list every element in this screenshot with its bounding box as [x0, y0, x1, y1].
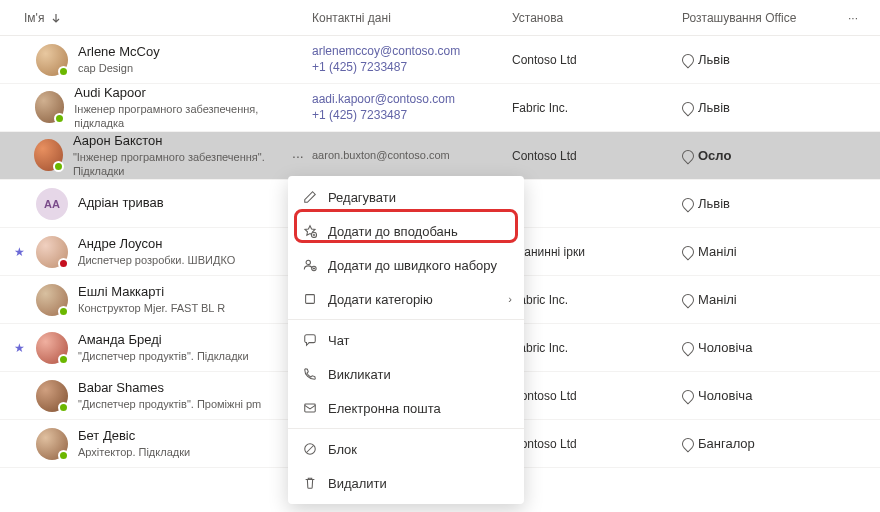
favorite-star-icon[interactable] — [12, 293, 26, 307]
contact-title: Конструктор Мjer. FAST BL R — [78, 301, 225, 315]
column-header-company[interactable]: Установа — [512, 11, 672, 25]
name-cell: Ешлі МаккартіКонструктор Мjer. FAST BL R — [12, 284, 292, 316]
name-block: Audi KapoorІнженер програмного забезпече… — [74, 85, 292, 130]
avatar[interactable] — [36, 236, 68, 268]
location-text: Львів — [698, 52, 730, 67]
menu-item-chat[interactable]: Чат — [288, 323, 524, 357]
name-block: Андре ЛоусонДиспетчер розробки. ШВИДКО — [78, 236, 235, 267]
contact-title: Архітектор. Підкладки — [78, 445, 190, 459]
company-cell: Fabric Inc. — [512, 341, 672, 355]
contact-row[interactable]: Аарон Бакстон"Інженер програмного забезп… — [0, 132, 880, 180]
favorite-star-icon[interactable] — [12, 148, 24, 162]
contact-phone[interactable]: +1 (425) 7233487 — [312, 60, 512, 76]
tag-icon — [302, 291, 318, 307]
avatar[interactable] — [36, 284, 68, 316]
company-cell: Contoso Ltd — [512, 53, 672, 67]
edit-icon — [302, 189, 318, 205]
name-block: Аманда Бреді"Диспетчер продуктів". Підкл… — [78, 332, 249, 363]
location-cell: Львів — [672, 196, 868, 211]
contact-row[interactable]: Audi KapoorІнженер програмного забезпече… — [0, 84, 880, 132]
menu-label: Чат — [328, 333, 350, 348]
column-header-name[interactable]: Ім'я — [12, 11, 312, 25]
favorite-star-icon[interactable] — [12, 100, 25, 114]
location-pin-icon — [682, 390, 694, 402]
location-pin-icon — [682, 342, 694, 354]
row-more-icon[interactable]: ··· — [292, 148, 312, 164]
contact-title: cap Design — [78, 61, 160, 75]
avatar[interactable] — [36, 44, 68, 76]
block-icon — [302, 441, 318, 457]
contact-name: Бет Девіс — [78, 428, 190, 445]
menu-item-call[interactable]: Викликати — [288, 357, 524, 391]
location-pin-icon — [682, 294, 694, 306]
contact-email[interactable]: arlenemccoy@contoso.com — [312, 44, 512, 60]
contact-title: "Диспетчер продуктів". Підкладки — [78, 349, 249, 363]
contact-name: Babar Shames — [78, 380, 261, 397]
name-block: Babar Shames"Диспетчер продуктів". Промі… — [78, 380, 261, 411]
column-header-contact[interactable]: Контактні дані — [312, 11, 512, 25]
menu-label: Редагувати — [328, 190, 396, 205]
name-cell: Бет ДевісАрхітектор. Підкладки — [12, 428, 292, 460]
avatar[interactable] — [36, 332, 68, 364]
location-cell: Чоловіча — [672, 388, 868, 403]
menu-item-edit[interactable]: Редагувати — [288, 180, 524, 214]
menu-label: Електронна пошта — [328, 401, 441, 416]
contact-title: "Інженер програмного забезпечення". Підк… — [73, 150, 292, 179]
name-cell: Arlene McCoycap Design — [12, 44, 292, 76]
contact-name: Аманда Бреді — [78, 332, 249, 349]
avatar[interactable] — [34, 139, 62, 171]
context-menu: Редагувати Додати до вподобань Додати до… — [288, 176, 524, 504]
company-cell: Contoso Ltd — [512, 149, 672, 163]
menu-separator — [288, 428, 524, 429]
contact-details-cell: arlenemccoy@contoso.com+1 (425) 7233487 — [312, 44, 512, 75]
location-pin-icon — [682, 198, 694, 210]
favorite-star-icon[interactable] — [12, 389, 26, 403]
location-text: Чоловіча — [698, 340, 752, 355]
contact-name: Андре Лоусон — [78, 236, 235, 253]
contact-phone[interactable]: +1 (425) 7233487 — [312, 108, 512, 124]
menu-item-email[interactable]: Електронна пошта — [288, 391, 524, 425]
svg-point-1 — [306, 260, 310, 264]
contact-details-cell: aadi.kapoor@contoso.com+1 (425) 7233487 — [312, 92, 512, 123]
menu-label: Видалити — [328, 476, 387, 491]
menu-label: Додати до вподобань — [328, 224, 458, 239]
name-block: Адріан тривав — [78, 195, 164, 212]
menu-item-category[interactable]: Додати категорію › — [288, 282, 524, 316]
name-block: Бет ДевісАрхітектор. Підкладки — [78, 428, 190, 459]
header-more-icon[interactable]: ··· — [838, 11, 868, 25]
favorite-star-icon[interactable] — [12, 53, 26, 67]
location-pin-icon — [682, 102, 694, 114]
avatar[interactable] — [36, 380, 68, 412]
presence-icon — [58, 450, 69, 461]
svg-rect-4 — [305, 404, 316, 412]
favorite-star-icon[interactable] — [12, 341, 26, 355]
chevron-right-icon: › — [508, 293, 512, 305]
avatar[interactable] — [35, 91, 64, 123]
contact-title: "Диспетчер продуктів". Проміжні pm — [78, 397, 261, 411]
presence-icon — [54, 113, 65, 124]
name-cell: Babar Shames"Диспетчер продуктів". Промі… — [12, 380, 292, 412]
contact-title: Інженер програмного забезпечення, підкла… — [74, 102, 292, 131]
name-cell: Аманда Бреді"Диспетчер продуктів". Підкл… — [12, 332, 292, 364]
location-cell: Манілі — [672, 244, 868, 259]
mail-icon — [302, 400, 318, 416]
favorite-star-icon[interactable] — [12, 437, 26, 451]
location-text: Бангалор — [698, 436, 755, 451]
contact-row[interactable]: Arlene McCoycap Designarlenemccoy@contos… — [0, 36, 880, 84]
contact-email[interactable]: aadi.kapoor@contoso.com — [312, 92, 512, 108]
menu-item-speeddial[interactable]: Додати до швидкого набору — [288, 248, 524, 282]
name-cell: Audi KapoorІнженер програмного забезпече… — [12, 85, 292, 130]
person-add-icon — [302, 257, 318, 273]
presence-icon — [58, 66, 69, 77]
avatar[interactable] — [36, 428, 68, 460]
menu-item-delete[interactable]: Видалити — [288, 466, 524, 500]
avatar[interactable]: AA — [36, 188, 68, 220]
menu-item-block[interactable]: Блок — [288, 432, 524, 466]
location-pin-icon — [682, 150, 694, 162]
favorite-star-icon[interactable] — [12, 197, 26, 211]
company-cell: Contoso Ltd — [512, 437, 672, 451]
favorite-star-icon[interactable] — [12, 245, 26, 259]
menu-separator — [288, 319, 524, 320]
menu-item-favorite[interactable]: Додати до вподобань — [288, 214, 524, 248]
column-header-location[interactable]: Розташування Office — [672, 11, 838, 25]
